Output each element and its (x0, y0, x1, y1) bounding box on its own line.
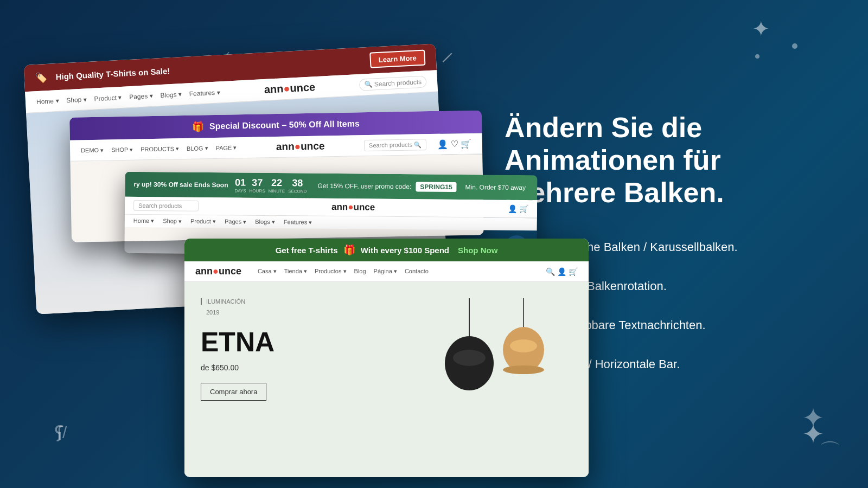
lamp-svg (420, 298, 572, 461)
mockup2-icons: 👤 ♡ 🛒 (437, 138, 471, 149)
countdown-hours: 37 HOURS (250, 177, 265, 194)
mockup2-gift-icon: 🎁 (192, 120, 204, 132)
countdown-days: 01 DAYS (234, 177, 246, 193)
svg-point-8 (503, 365, 544, 374)
mockup4-product-title: ETNA (201, 326, 399, 358)
mockup4-logo: ann●unce (195, 266, 241, 277)
mockup3-countdown-units: 01 DAYS 37 HOURS 22 MINUTE 38 SECOND (234, 177, 307, 194)
mockup4-text-area: ILUMINACIÓN 2019 ETNA de $650.00 Comprar… (201, 298, 399, 401)
mockup1-search: 🔍 Search products (359, 75, 427, 91)
mockup4-product-year: 2019 (201, 309, 399, 316)
mockup3-promo-section: Get 15% OFF, user promo code: SPRING15 M… (317, 181, 526, 192)
mockup2-logo: ann●unce (243, 139, 358, 153)
svg-point-7 (510, 339, 537, 352)
brackets-decoration-bottom: ʃ/ (57, 423, 67, 442)
mockup4-product-tag: ILUMINACIÓN (201, 298, 399, 305)
mockup4-nav-links: Casa ▾ Tienda ▾ Productos ▾ Blog Página … (258, 268, 540, 275)
mockup4-bar-text1: Get free T-shirts (276, 246, 338, 255)
mockup3-icons: 👤 🛒 (508, 204, 528, 213)
mockup3-countdown-text: ry up! 30% Off sale Ends Soon (133, 181, 228, 189)
mockup4-body: ILUMINACIÓN 2019 ETNA de $650.00 Comprar… (184, 282, 589, 477)
mockup3-logo: ann●unce (204, 201, 502, 214)
mockup2-search: Search products 🔍 (364, 139, 427, 151)
mockup4-announcement-bar: Get free T-shirts 🎁 With every $100 Spen… (184, 239, 589, 261)
mockup4-icons: 🔍 👤 🛒 (546, 267, 578, 276)
left-panel: 🏷️ High Quality T-Shirts on Sale! Learn … (0, 0, 472, 488)
mockup3-promo-text: Get 15% OFF, user promo code: (317, 182, 411, 191)
curl-decoration: ⌒ (819, 436, 841, 466)
mockup4-gift-icon: 🎁 (343, 244, 355, 256)
mockup4-product-images (420, 298, 572, 463)
mockup3-min-order: Min. Order $70 away (465, 183, 526, 191)
mockup1-tag-icon: 🏷️ (35, 71, 47, 84)
svg-point-3 (453, 350, 486, 366)
mockup4-nav: ann●unce Casa ▾ Tienda ▾ Productos ▾ Blo… (184, 261, 589, 282)
mockup2-bar-text: Special Discount – 50% Off All Items (209, 119, 360, 131)
mockup4-bar-text2: With every $100 Spend (361, 246, 449, 255)
mockup1-learn-more-button[interactable]: Learn More (369, 49, 425, 68)
mockup2-nav-links: DEMO ▾ SHOP ▾ PRODUCTS ▾ BLOG ▾ PAGE ▾ (81, 144, 237, 154)
countdown-seconds: 38 SECOND (288, 177, 307, 194)
mockup4-buy-button[interactable]: Comprar ahora (201, 383, 266, 401)
page-title: Ändern Sie die Animationen für mehrere B… (505, 112, 825, 209)
mockup1-nav-links: Home ▾ Shop ▾ Product ▾ Pages ▾ Blogs ▾ … (36, 88, 220, 106)
mockup3-search-input[interactable] (133, 200, 199, 211)
mockup-green-bar: Get free T-shirts 🎁 With every $100 Spen… (184, 239, 589, 477)
mockup1-logo: ann●unce (226, 79, 353, 98)
mockup4-product-price: de $650.00 (201, 363, 399, 372)
mockup3-announcement-bar: ry up! 30% Off sale Ends Soon 01 DAYS 37… (125, 172, 537, 201)
countdown-minutes: 22 MINUTE (268, 177, 285, 194)
mockup3-promo-code: SPRING15 (416, 182, 457, 192)
mockup4-shop-now-link[interactable]: Shop Now (458, 246, 497, 255)
